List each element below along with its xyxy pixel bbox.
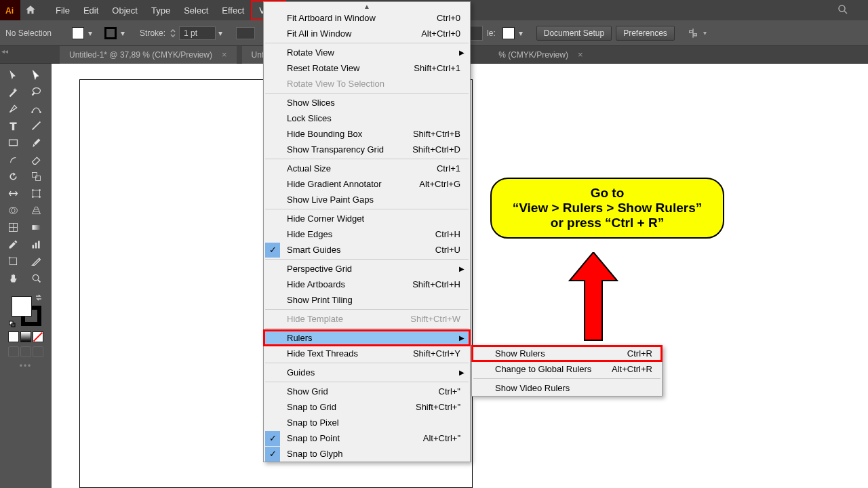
screen-mode[interactable] [33, 346, 43, 357]
eraser-tool[interactable] [24, 151, 47, 168]
selection-tool[interactable] [1, 66, 24, 83]
menu-effect[interactable]: Effect [215, 0, 251, 20]
menu-object[interactable]: Object [105, 0, 144, 20]
shape-builder-tool[interactable] [1, 202, 24, 219]
paintbrush-tool[interactable] [24, 134, 47, 151]
dropdown-icon[interactable]: ▾ [218, 28, 222, 38]
menu-item-snap-to-glyph[interactable]: ✓Snap to Glyph [264, 446, 470, 462]
menu-item-rulers[interactable]: Rulers▶ [264, 330, 470, 346]
menu-item-fit-all-in-window[interactable]: Fit All in WindowAlt+Ctrl+0 [264, 26, 470, 41]
artboard-tool[interactable] [1, 253, 24, 270]
stroke-swatch[interactable] [104, 27, 117, 39]
menu-item-label: Hide Gradient Annotator [287, 179, 381, 189]
submenu-item-change-to-global-rulers[interactable]: Change to Global RulersAlt+Ctrl+R [472, 361, 662, 377]
search-icon[interactable] [837, 3, 849, 18]
edit-toolbar-icon[interactable]: ••• [1, 361, 50, 371]
menu-item-hide-edges[interactable]: Hide EdgesCtrl+H [264, 226, 470, 242]
menu-item-actual-size[interactable]: Actual SizeCtrl+1 [264, 161, 470, 176]
menu-edit[interactable]: Edit [77, 0, 105, 20]
none-mode[interactable] [33, 331, 43, 342]
menu-item-show-live-paint-gaps[interactable]: Show Live Paint Gaps [264, 192, 470, 207]
gradient-mode[interactable] [20, 331, 31, 342]
color-mode[interactable] [8, 331, 19, 342]
menu-item-hide-text-threads[interactable]: Hide Text ThreadsShift+Ctrl+Y [264, 346, 470, 361]
dropdown-icon[interactable]: ▾ [519, 28, 523, 38]
zoom-tool[interactable] [24, 270, 47, 287]
hand-tool[interactable] [1, 270, 24, 287]
menu-item-rotate-view[interactable]: Rotate View▶ [264, 45, 470, 60]
menu-item-snap-to-grid[interactable]: Snap to GridShift+Ctrl+" [264, 399, 470, 415]
default-icon[interactable] [9, 321, 16, 327]
callout-line: or press “Ctrl + R” [502, 216, 712, 230]
menu-item-reset-rotate-view[interactable]: Reset Rotate ViewShift+Ctrl+1 [264, 60, 470, 76]
direct-selection-tool[interactable] [24, 66, 47, 83]
tab-document-1[interactable]: Untitled-1* @ 37,89 % (CMYK/Preview) × [60, 46, 237, 64]
menu-item-hide-bounding-box[interactable]: Hide Bounding BoxShift+Ctrl+B [264, 126, 470, 142]
menu-item-smart-guides[interactable]: ✓Smart GuidesCtrl+U [264, 242, 470, 258]
perspective-tool[interactable] [24, 202, 47, 219]
line-tool[interactable] [24, 117, 47, 134]
brush-def-field[interactable] [236, 27, 255, 39]
svg-point-14 [32, 189, 34, 191]
collapse-handle-icon[interactable]: ◂◂ [1, 47, 8, 55]
menu-item-label: Actual Size [287, 163, 331, 174]
menu-select[interactable]: Select [177, 0, 215, 20]
document-setup-button[interactable]: Document Setup [536, 26, 612, 41]
close-icon[interactable]: × [222, 49, 227, 60]
fill-box[interactable] [12, 296, 32, 317]
chart-tool[interactable] [24, 236, 47, 253]
menu-item-snap-to-pixel[interactable]: Snap to Pixel [264, 415, 470, 430]
menu-item-perspective-grid[interactable]: Perspective Grid▶ [264, 261, 470, 277]
shortcut-label: Shift+Ctrl+" [416, 402, 460, 412]
svg-rect-6 [694, 33, 697, 35]
svg-point-17 [39, 196, 41, 198]
align-icon[interactable] [687, 27, 699, 39]
style-swatch[interactable] [502, 27, 515, 39]
width-tool[interactable] [1, 185, 24, 202]
menu-item-label: Snap to Grid [287, 402, 336, 412]
fill-stroke-control[interactable] [9, 293, 43, 327]
submenu-item-show-video-rulers[interactable]: Show Video Rulers [472, 380, 662, 396]
mesh-tool[interactable] [1, 219, 24, 236]
menu-item-show-transparency-grid[interactable]: Show Transparency GridShift+Ctrl+D [264, 142, 470, 157]
magic-wand-tool[interactable] [1, 83, 24, 100]
lasso-tool[interactable] [24, 83, 47, 100]
slice-tool[interactable] [24, 253, 47, 270]
rectangle-tool[interactable] [1, 134, 24, 151]
menu-type[interactable]: Type [144, 0, 177, 20]
menu-item-hide-gradient-annotator[interactable]: Hide Gradient AnnotatorAlt+Ctrl+G [264, 176, 470, 192]
menu-item-guides[interactable]: Guides▶ [264, 365, 470, 380]
preferences-button[interactable]: Preferences [616, 26, 675, 41]
close-icon[interactable]: × [578, 49, 583, 60]
eyedropper-tool[interactable] [1, 236, 24, 253]
menu-item-fit-artboard-in-window[interactable]: Fit Artboard in WindowCtrl+0 [264, 10, 470, 26]
screen-mode[interactable] [8, 346, 19, 357]
submenu-item-show-rulers[interactable]: Show RulersCtrl+R [472, 346, 662, 361]
screen-mode[interactable] [20, 346, 31, 357]
dropdown-icon[interactable]: ▾ [88, 28, 92, 38]
shaper-tool[interactable] [1, 151, 24, 168]
menu-item-snap-to-point[interactable]: ✓Snap to PointAlt+Ctrl+" [264, 430, 470, 446]
menu-item-hide-artboards[interactable]: Hide ArtboardsShift+Ctrl+H [264, 277, 470, 292]
menu-file[interactable]: File [49, 0, 77, 20]
fill-swatch[interactable] [72, 27, 84, 39]
type-tool[interactable] [1, 117, 24, 134]
stroke-weight-field[interactable]: 1 pt [179, 26, 216, 40]
free-transform-tool[interactable] [24, 185, 47, 202]
scale-tool[interactable] [24, 168, 47, 185]
swap-icon[interactable] [35, 293, 43, 302]
menu-item-lock-slices[interactable]: Lock Slices [264, 110, 470, 126]
menu-item-show-slices[interactable]: Show Slices [264, 95, 470, 110]
gradient-tool[interactable] [24, 219, 47, 236]
menu-item-show-print-tiling[interactable]: Show Print Tiling [264, 292, 470, 308]
scroll-up-icon[interactable]: ▲ [264, 2, 470, 10]
chevron-updown-icon[interactable] [170, 27, 176, 39]
menu-item-hide-corner-widget[interactable]: Hide Corner Widget [264, 211, 470, 226]
dropdown-icon[interactable]: ▾ [121, 28, 125, 38]
curvature-tool[interactable] [24, 100, 47, 117]
home-icon[interactable] [20, 4, 41, 16]
dropdown-icon[interactable]: ▾ [703, 29, 707, 37]
menu-item-show-grid[interactable]: Show GridCtrl+" [264, 384, 470, 399]
rotate-tool[interactable] [1, 168, 24, 185]
pen-tool[interactable] [1, 100, 24, 117]
